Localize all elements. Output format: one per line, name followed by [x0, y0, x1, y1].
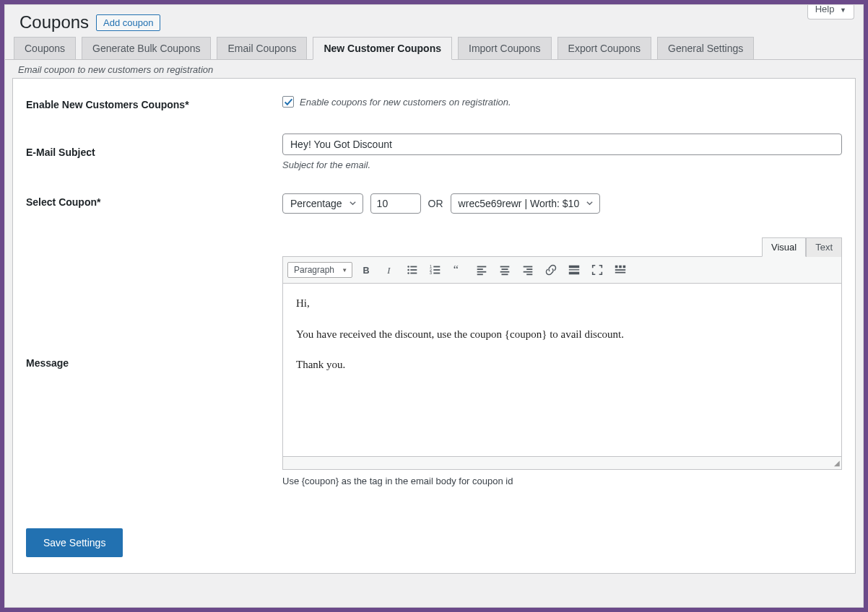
- editor-tab-text[interactable]: Text: [806, 237, 842, 257]
- existing-coupon-select[interactable]: wrec5e69rewr | Worth: $10: [451, 193, 601, 214]
- coupon-type-select[interactable]: Percentage: [282, 193, 363, 214]
- editor-statusbar: ◢: [282, 457, 842, 470]
- svg-rect-22: [502, 274, 508, 275]
- coupon-amount-input[interactable]: [370, 193, 421, 214]
- subject-label: E-Mail Subject: [26, 134, 282, 158]
- chevron-down-icon: ▼: [840, 6, 846, 14]
- align-right-button[interactable]: [518, 261, 537, 279]
- svg-rect-17: [477, 271, 487, 273]
- svg-rect-16: [477, 268, 483, 270]
- check-icon: [284, 97, 293, 107]
- svg-rect-9: [433, 266, 440, 268]
- italic-button[interactable]: I: [380, 261, 399, 279]
- svg-text:“: “: [453, 263, 459, 276]
- svg-rect-26: [526, 274, 532, 275]
- fullscreen-button[interactable]: [588, 261, 607, 279]
- message-help: Use {coupon} as the tag in the email bod…: [282, 476, 842, 486]
- chevron-down-icon: [586, 198, 594, 209]
- editor-toolbar: Paragraph ▼ B I 123 “: [282, 256, 842, 284]
- format-select[interactable]: Paragraph ▼: [287, 262, 352, 278]
- tab-generate-bulk[interactable]: Generate Bulk Coupons: [82, 37, 211, 59]
- svg-rect-23: [524, 266, 533, 268]
- tab-email-coupons[interactable]: Email Coupons: [217, 37, 307, 59]
- tab-description: Email coupon to new customers on registr…: [5, 60, 863, 78]
- settings-panel: Enable New Customers Coupons* Enable cou…: [12, 78, 856, 574]
- svg-rect-11: [433, 269, 440, 271]
- svg-rect-5: [410, 269, 417, 271]
- bullet-list-button[interactable]: [403, 261, 422, 279]
- triangle-down-icon: ▼: [342, 267, 347, 274]
- tab-general-settings[interactable]: General Settings: [657, 37, 754, 59]
- svg-rect-27: [569, 266, 579, 268]
- svg-text:B: B: [363, 266, 370, 276]
- svg-rect-13: [433, 273, 440, 274]
- svg-rect-20: [502, 268, 508, 270]
- svg-rect-32: [623, 266, 626, 268]
- svg-rect-7: [410, 273, 417, 274]
- svg-rect-33: [615, 269, 625, 271]
- svg-rect-15: [477, 266, 487, 268]
- svg-rect-29: [569, 272, 579, 275]
- coupon-type-value: Percentage: [290, 198, 342, 209]
- tab-import-coupons[interactable]: Import Coupons: [458, 37, 552, 59]
- tab-export-coupons[interactable]: Export Coupons: [557, 37, 651, 59]
- svg-rect-30: [615, 266, 618, 268]
- svg-rect-21: [500, 271, 510, 273]
- help-dropdown[interactable]: Help ▼: [807, 4, 854, 19]
- select-coupon-label: Select Coupon*: [26, 193, 282, 208]
- existing-coupon-value: wrec5e69rewr | Worth: $10: [459, 198, 580, 209]
- tab-coupons[interactable]: Coupons: [14, 37, 76, 59]
- svg-rect-28: [569, 269, 579, 270]
- svg-rect-25: [524, 271, 533, 273]
- svg-text:I: I: [386, 266, 391, 276]
- message-editor[interactable]: Hi, You have received the discount, use …: [282, 284, 842, 457]
- link-button[interactable]: [542, 261, 560, 279]
- subject-help: Subject for the email.: [282, 159, 842, 170]
- toolbar-toggle-button[interactable]: [611, 261, 630, 279]
- align-center-button[interactable]: [495, 261, 514, 279]
- svg-rect-19: [500, 266, 510, 268]
- enable-text: Enable coupons for new customers on regi…: [300, 97, 511, 108]
- admin-tabs: Coupons Generate Bulk Coupons Email Coup…: [5, 37, 863, 60]
- chevron-down-icon: [349, 198, 357, 209]
- svg-rect-24: [526, 268, 532, 270]
- enable-checkbox[interactable]: [282, 96, 294, 108]
- email-subject-input[interactable]: [282, 134, 842, 155]
- blockquote-button[interactable]: “: [449, 261, 468, 279]
- svg-rect-34: [615, 272, 625, 274]
- align-left-button[interactable]: [472, 261, 491, 279]
- svg-rect-18: [477, 274, 483, 275]
- tab-new-customer-coupons[interactable]: New Customer Coupons: [313, 37, 452, 60]
- save-settings-button[interactable]: Save Settings: [26, 528, 123, 557]
- message-line: Hi,: [296, 295, 828, 312]
- editor-tab-visual[interactable]: Visual: [762, 237, 806, 257]
- resize-grip-icon[interactable]: ◢: [834, 459, 840, 467]
- page-title: Coupons: [19, 12, 89, 32]
- numbered-list-button[interactable]: 123: [426, 261, 445, 279]
- enable-label: Enable New Customers Coupons*: [26, 96, 282, 110]
- svg-point-2: [407, 266, 409, 268]
- svg-rect-31: [619, 266, 622, 268]
- help-label: Help: [815, 4, 835, 14]
- svg-text:3: 3: [430, 271, 432, 275]
- read-more-button[interactable]: [565, 261, 583, 279]
- svg-rect-3: [410, 266, 417, 268]
- svg-point-4: [407, 269, 409, 271]
- svg-point-6: [407, 272, 409, 274]
- message-line: You have received the discount, use the …: [296, 326, 828, 343]
- message-line: Thank you.: [296, 357, 828, 373]
- bold-button[interactable]: B: [357, 261, 376, 279]
- message-label: Message: [26, 354, 282, 369]
- or-text: OR: [428, 198, 443, 209]
- add-coupon-button[interactable]: Add coupon: [96, 14, 160, 31]
